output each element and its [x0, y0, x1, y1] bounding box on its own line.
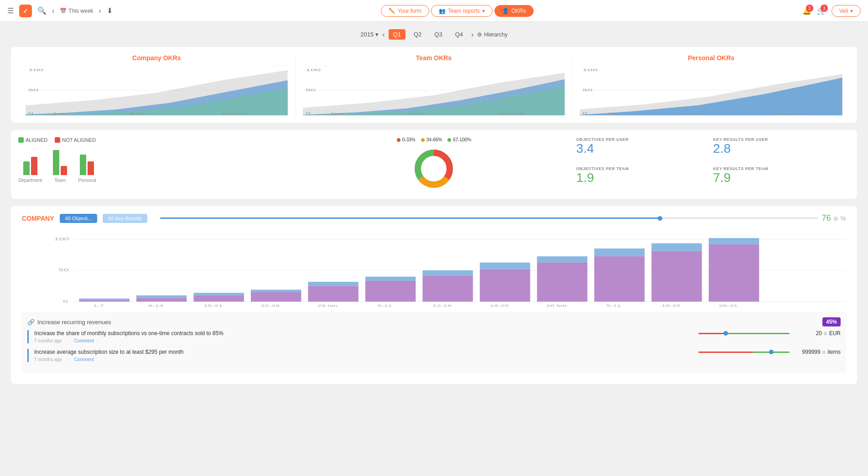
dropdown-icon: ▾ — [482, 8, 485, 14]
metrics-section: OBJECTIVES PER USER 3.4 KEY RESULTS PER … — [572, 137, 850, 191]
kr-item-1-value: 20 ⚙ EUR — [795, 330, 841, 336]
team-label: Team — [55, 178, 66, 183]
svg-text:5-11: 5-11 — [377, 304, 392, 307]
aligned-legend-item: ALIGNED — [18, 137, 47, 143]
donut-legend-green: 67-100% — [447, 137, 471, 142]
svg-text:March: March — [499, 112, 525, 115]
hierarchy-btn[interactable]: ⚙ Hierarchy — [477, 31, 507, 38]
donut-label-red: 0-33% — [402, 137, 416, 142]
menu-icon[interactable]: ☰ — [7, 6, 14, 15]
pct-label: % — [841, 215, 846, 222]
objectives-per-team-value: 1.9 — [576, 171, 709, 185]
donut-dot-orange — [421, 138, 425, 142]
svg-text:Jan: Jan — [52, 112, 66, 115]
donut-legend-red: 0-33% — [397, 137, 416, 142]
company-title: COMPANY — [22, 215, 54, 222]
download-icon[interactable]: ⬇ — [107, 6, 113, 15]
not-aligned-legend-item: NOT ALIGNED — [55, 137, 96, 143]
okrs-btn[interactable]: 👤 OKRs — [494, 5, 534, 17]
hierarchy-icon: ⚙ — [477, 31, 482, 38]
team-reports-btn[interactable]: 👥 Team reports ▾ — [431, 5, 493, 17]
kr-item-2: Increase average subscription size to at… — [27, 349, 841, 362]
user-dropdown-icon: ▾ — [850, 8, 853, 14]
company-chart-section: Company OKRs Jan Feb March 50 100 0 — [18, 54, 296, 115]
svg-rect-55 — [365, 277, 416, 281]
link-icon: 🔗 — [27, 319, 35, 326]
donut-label-orange: 34-66% — [426, 137, 442, 142]
kr-item-1-slider[interactable] — [698, 333, 790, 334]
svg-text:12-18: 12-18 — [432, 304, 452, 307]
svg-text:19-25: 19-25 — [490, 304, 509, 307]
svg-text:Feb: Feb — [685, 112, 701, 115]
department-bar-pair — [23, 143, 37, 175]
key-results-per-user: KEY RESULTS PER USER 2.8 — [713, 137, 846, 163]
svg-rect-65 — [651, 243, 702, 251]
forward-icon[interactable]: › — [99, 7, 101, 15]
kr-pct-badge: 45% — [822, 317, 841, 326]
week-selector[interactable]: 📅 This week — [60, 8, 93, 14]
kr-item-2-title: Increase average subscription size to at… — [34, 349, 693, 355]
kr-item-1-dot — [723, 331, 728, 336]
svg-text:March: March — [777, 112, 802, 115]
kr-item-2-comment[interactable]: Comment — [74, 357, 94, 362]
kr-item-1-separator: · — [68, 338, 69, 343]
donut-legend-orange: 34-66% — [421, 137, 442, 142]
svg-text:100: 100 — [54, 237, 69, 241]
team-aligned-bar — [53, 150, 59, 175]
svg-text:100: 100 — [28, 68, 44, 72]
cart-badge: 3 — [821, 5, 828, 12]
svg-text:22-28: 22-28 — [261, 304, 280, 307]
kr-item-2-header: Increase average subscription size to at… — [34, 349, 841, 355]
aligned-legend: ALIGNED NOT ALIGNED — [18, 137, 296, 143]
kr-item-2-slider[interactable] — [698, 352, 790, 353]
period-back-icon[interactable]: ‹ — [382, 31, 385, 39]
q4-btn[interactable]: Q4 — [451, 29, 468, 40]
personal-chart-section: Personal OKRs Jan Feb March 50 100 0 — [572, 54, 850, 115]
svg-text:50: 50 — [58, 268, 69, 272]
progress-number: 76 — [821, 213, 831, 222]
stats-row: ALIGNED NOT ALIGNED Department — [11, 130, 857, 199]
your-form-label: Your form — [398, 8, 421, 14]
company-chart-title: Company OKRs — [132, 54, 181, 62]
back-icon[interactable]: ‹ — [52, 7, 54, 15]
okrs-label: OKRs — [511, 8, 526, 14]
user-name: Veli — [839, 8, 848, 14]
svg-text:26-31: 26-31 — [719, 304, 738, 307]
q1-btn[interactable]: Q1 — [389, 29, 405, 40]
search-icon[interactable]: 🔍 — [37, 6, 47, 15]
key-results-per-user-label: KEY RESULTS PER USER — [713, 137, 846, 142]
objectives-per-team: OBJECTIVES PER TEAM 1.9 — [576, 166, 709, 192]
key-results-per-user-value: 2.8 — [713, 142, 846, 156]
donut-dot-green — [447, 138, 451, 142]
svg-text:Jan: Jan — [606, 112, 621, 115]
progress-area: 76 ⚙ % — [160, 213, 846, 223]
svg-text:0: 0 — [582, 111, 587, 115]
app-logo: ✓ — [19, 5, 32, 17]
year-selector[interactable]: 2015 ▾ — [360, 31, 379, 38]
key-results-btn[interactable]: 60 Key Results — [103, 214, 147, 223]
q3-btn[interactable]: Q3 — [430, 29, 447, 40]
week-label: This week — [68, 8, 93, 14]
department-bar-group: Department — [18, 143, 42, 183]
kr-item-2-separator: · — [68, 357, 69, 362]
team-icon: 👥 — [439, 8, 446, 14]
user-menu[interactable]: Veli ▾ — [832, 5, 861, 17]
objectives-btn[interactable]: 40 Objecti... — [60, 214, 98, 223]
hierarchy-label: Hierarchy — [484, 31, 507, 38]
svg-rect-66 — [709, 244, 759, 302]
svg-rect-57 — [422, 270, 473, 275]
svg-rect-52 — [308, 286, 358, 301]
kr-item-1: Increase the share of monthly subscripti… — [27, 330, 841, 343]
kr-item-1-comment[interactable]: Comment — [74, 338, 94, 343]
donut-section: 0-33% 34-66% 67-100% — [296, 137, 573, 191]
objectives-per-user-label: OBJECTIVES PER USER — [576, 137, 709, 142]
objectives-per-team-label: OBJECTIVES PER TEAM — [576, 166, 709, 171]
kr-item-2-dot — [769, 350, 774, 354]
personal-chart-title: Personal OKRs — [688, 54, 734, 62]
q2-btn[interactable]: Q2 — [409, 29, 426, 40]
your-form-btn[interactable]: ✏️ Your form — [381, 5, 429, 17]
cog-icon: ⚙ — [833, 216, 838, 222]
period-forward-icon[interactable]: › — [471, 31, 473, 39]
svg-rect-50 — [251, 292, 301, 302]
donut-chart — [411, 146, 457, 191]
